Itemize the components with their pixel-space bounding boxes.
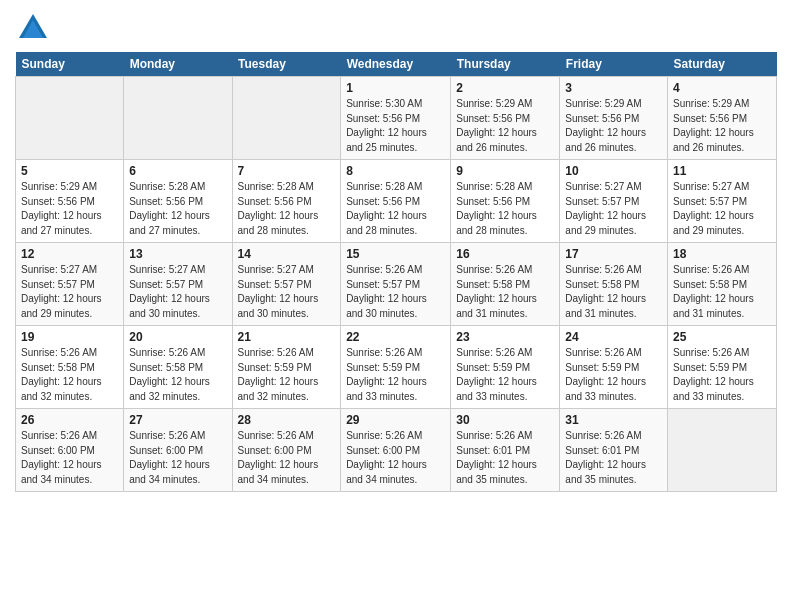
weekday-header: Tuesday bbox=[232, 52, 341, 77]
calendar-cell bbox=[232, 77, 341, 160]
day-number: 15 bbox=[346, 247, 445, 261]
day-info: Sunrise: 5:28 AM Sunset: 5:56 PM Dayligh… bbox=[346, 180, 445, 238]
day-info: Sunrise: 5:26 AM Sunset: 5:58 PM Dayligh… bbox=[129, 346, 226, 404]
day-number: 12 bbox=[21, 247, 118, 261]
day-number: 30 bbox=[456, 413, 554, 427]
calendar-cell: 29Sunrise: 5:26 AM Sunset: 6:00 PM Dayli… bbox=[341, 409, 451, 492]
day-info: Sunrise: 5:26 AM Sunset: 6:00 PM Dayligh… bbox=[129, 429, 226, 487]
calendar-week-row: 12Sunrise: 5:27 AM Sunset: 5:57 PM Dayli… bbox=[16, 243, 777, 326]
day-number: 22 bbox=[346, 330, 445, 344]
calendar-week-row: 1Sunrise: 5:30 AM Sunset: 5:56 PM Daylig… bbox=[16, 77, 777, 160]
day-number: 16 bbox=[456, 247, 554, 261]
day-number: 1 bbox=[346, 81, 445, 95]
day-info: Sunrise: 5:27 AM Sunset: 5:57 PM Dayligh… bbox=[238, 263, 336, 321]
day-info: Sunrise: 5:28 AM Sunset: 5:56 PM Dayligh… bbox=[456, 180, 554, 238]
day-info: Sunrise: 5:26 AM Sunset: 5:59 PM Dayligh… bbox=[565, 346, 662, 404]
logo bbox=[15, 10, 55, 46]
calendar-header-row: SundayMondayTuesdayWednesdayThursdayFrid… bbox=[16, 52, 777, 77]
day-number: 21 bbox=[238, 330, 336, 344]
day-number: 2 bbox=[456, 81, 554, 95]
day-info: Sunrise: 5:27 AM Sunset: 5:57 PM Dayligh… bbox=[21, 263, 118, 321]
calendar-cell: 4Sunrise: 5:29 AM Sunset: 5:56 PM Daylig… bbox=[668, 77, 777, 160]
day-info: Sunrise: 5:26 AM Sunset: 5:58 PM Dayligh… bbox=[21, 346, 118, 404]
page-container: SundayMondayTuesdayWednesdayThursdayFrid… bbox=[0, 0, 792, 502]
day-info: Sunrise: 5:26 AM Sunset: 6:01 PM Dayligh… bbox=[456, 429, 554, 487]
calendar-cell: 16Sunrise: 5:26 AM Sunset: 5:58 PM Dayli… bbox=[451, 243, 560, 326]
day-number: 3 bbox=[565, 81, 662, 95]
day-info: Sunrise: 5:26 AM Sunset: 6:01 PM Dayligh… bbox=[565, 429, 662, 487]
calendar-cell: 7Sunrise: 5:28 AM Sunset: 5:56 PM Daylig… bbox=[232, 160, 341, 243]
day-number: 11 bbox=[673, 164, 771, 178]
calendar-cell: 21Sunrise: 5:26 AM Sunset: 5:59 PM Dayli… bbox=[232, 326, 341, 409]
day-number: 28 bbox=[238, 413, 336, 427]
day-info: Sunrise: 5:27 AM Sunset: 5:57 PM Dayligh… bbox=[673, 180, 771, 238]
calendar-cell: 26Sunrise: 5:26 AM Sunset: 6:00 PM Dayli… bbox=[16, 409, 124, 492]
calendar-cell: 31Sunrise: 5:26 AM Sunset: 6:01 PM Dayli… bbox=[560, 409, 668, 492]
weekday-header: Friday bbox=[560, 52, 668, 77]
day-info: Sunrise: 5:26 AM Sunset: 5:59 PM Dayligh… bbox=[673, 346, 771, 404]
calendar-cell: 9Sunrise: 5:28 AM Sunset: 5:56 PM Daylig… bbox=[451, 160, 560, 243]
weekday-header: Monday bbox=[124, 52, 232, 77]
day-info: Sunrise: 5:26 AM Sunset: 5:59 PM Dayligh… bbox=[238, 346, 336, 404]
calendar-cell: 17Sunrise: 5:26 AM Sunset: 5:58 PM Dayli… bbox=[560, 243, 668, 326]
day-number: 26 bbox=[21, 413, 118, 427]
calendar-cell: 25Sunrise: 5:26 AM Sunset: 5:59 PM Dayli… bbox=[668, 326, 777, 409]
calendar-cell: 12Sunrise: 5:27 AM Sunset: 5:57 PM Dayli… bbox=[16, 243, 124, 326]
day-info: Sunrise: 5:28 AM Sunset: 5:56 PM Dayligh… bbox=[238, 180, 336, 238]
calendar-cell: 2Sunrise: 5:29 AM Sunset: 5:56 PM Daylig… bbox=[451, 77, 560, 160]
day-number: 23 bbox=[456, 330, 554, 344]
day-number: 9 bbox=[456, 164, 554, 178]
weekday-header: Saturday bbox=[668, 52, 777, 77]
day-info: Sunrise: 5:28 AM Sunset: 5:56 PM Dayligh… bbox=[129, 180, 226, 238]
day-number: 8 bbox=[346, 164, 445, 178]
calendar-cell bbox=[124, 77, 232, 160]
day-info: Sunrise: 5:29 AM Sunset: 5:56 PM Dayligh… bbox=[21, 180, 118, 238]
day-info: Sunrise: 5:29 AM Sunset: 5:56 PM Dayligh… bbox=[673, 97, 771, 155]
calendar-cell: 18Sunrise: 5:26 AM Sunset: 5:58 PM Dayli… bbox=[668, 243, 777, 326]
calendar-cell bbox=[668, 409, 777, 492]
calendar-cell: 20Sunrise: 5:26 AM Sunset: 5:58 PM Dayli… bbox=[124, 326, 232, 409]
calendar-cell: 6Sunrise: 5:28 AM Sunset: 5:56 PM Daylig… bbox=[124, 160, 232, 243]
day-number: 18 bbox=[673, 247, 771, 261]
day-number: 24 bbox=[565, 330, 662, 344]
calendar-week-row: 19Sunrise: 5:26 AM Sunset: 5:58 PM Dayli… bbox=[16, 326, 777, 409]
calendar-cell: 3Sunrise: 5:29 AM Sunset: 5:56 PM Daylig… bbox=[560, 77, 668, 160]
calendar-cell: 10Sunrise: 5:27 AM Sunset: 5:57 PM Dayli… bbox=[560, 160, 668, 243]
day-info: Sunrise: 5:27 AM Sunset: 5:57 PM Dayligh… bbox=[565, 180, 662, 238]
calendar-cell: 24Sunrise: 5:26 AM Sunset: 5:59 PM Dayli… bbox=[560, 326, 668, 409]
day-number: 29 bbox=[346, 413, 445, 427]
calendar-cell: 14Sunrise: 5:27 AM Sunset: 5:57 PM Dayli… bbox=[232, 243, 341, 326]
calendar-table: SundayMondayTuesdayWednesdayThursdayFrid… bbox=[15, 52, 777, 492]
calendar-cell: 5Sunrise: 5:29 AM Sunset: 5:56 PM Daylig… bbox=[16, 160, 124, 243]
calendar-week-row: 26Sunrise: 5:26 AM Sunset: 6:00 PM Dayli… bbox=[16, 409, 777, 492]
day-number: 5 bbox=[21, 164, 118, 178]
day-number: 4 bbox=[673, 81, 771, 95]
day-number: 17 bbox=[565, 247, 662, 261]
day-info: Sunrise: 5:26 AM Sunset: 6:00 PM Dayligh… bbox=[238, 429, 336, 487]
weekday-header: Wednesday bbox=[341, 52, 451, 77]
day-info: Sunrise: 5:26 AM Sunset: 5:58 PM Dayligh… bbox=[673, 263, 771, 321]
day-info: Sunrise: 5:26 AM Sunset: 6:00 PM Dayligh… bbox=[21, 429, 118, 487]
day-number: 27 bbox=[129, 413, 226, 427]
calendar-body: 1Sunrise: 5:30 AM Sunset: 5:56 PM Daylig… bbox=[16, 77, 777, 492]
day-number: 10 bbox=[565, 164, 662, 178]
calendar-cell: 19Sunrise: 5:26 AM Sunset: 5:58 PM Dayli… bbox=[16, 326, 124, 409]
day-info: Sunrise: 5:26 AM Sunset: 5:58 PM Dayligh… bbox=[565, 263, 662, 321]
day-number: 25 bbox=[673, 330, 771, 344]
day-info: Sunrise: 5:29 AM Sunset: 5:56 PM Dayligh… bbox=[565, 97, 662, 155]
weekday-header: Thursday bbox=[451, 52, 560, 77]
calendar-cell: 22Sunrise: 5:26 AM Sunset: 5:59 PM Dayli… bbox=[341, 326, 451, 409]
calendar-cell: 11Sunrise: 5:27 AM Sunset: 5:57 PM Dayli… bbox=[668, 160, 777, 243]
day-number: 7 bbox=[238, 164, 336, 178]
day-number: 14 bbox=[238, 247, 336, 261]
calendar-cell: 30Sunrise: 5:26 AM Sunset: 6:01 PM Dayli… bbox=[451, 409, 560, 492]
logo-icon bbox=[15, 10, 51, 46]
calendar-cell: 27Sunrise: 5:26 AM Sunset: 6:00 PM Dayli… bbox=[124, 409, 232, 492]
calendar-cell: 1Sunrise: 5:30 AM Sunset: 5:56 PM Daylig… bbox=[341, 77, 451, 160]
day-info: Sunrise: 5:30 AM Sunset: 5:56 PM Dayligh… bbox=[346, 97, 445, 155]
calendar-cell: 8Sunrise: 5:28 AM Sunset: 5:56 PM Daylig… bbox=[341, 160, 451, 243]
day-info: Sunrise: 5:26 AM Sunset: 6:00 PM Dayligh… bbox=[346, 429, 445, 487]
day-info: Sunrise: 5:27 AM Sunset: 5:57 PM Dayligh… bbox=[129, 263, 226, 321]
day-info: Sunrise: 5:26 AM Sunset: 5:58 PM Dayligh… bbox=[456, 263, 554, 321]
calendar-week-row: 5Sunrise: 5:29 AM Sunset: 5:56 PM Daylig… bbox=[16, 160, 777, 243]
